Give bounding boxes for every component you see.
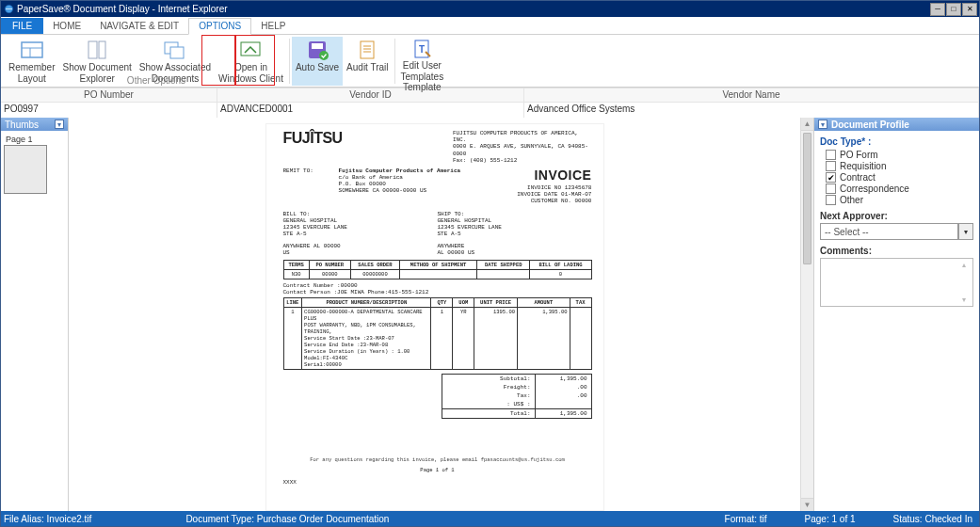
remit4: SOMEWHERE CA 00000-0000 US (339, 187, 469, 194)
thumb-page-1-label: Page 1 (4, 134, 47, 145)
titlebar: PaperSave® Document Display - Internet E… (1, 1, 979, 17)
thumbs-collapse-icon[interactable]: ▾ (55, 120, 64, 129)
remit1: Fujitsu Computer Products of America (339, 168, 469, 174)
header-values: PO0997 ADVANCED0001 Advanced Office Syst… (1, 103, 979, 118)
desc2: POST WARRANTY, NBD, 1PM CONSUMABLES, TRA… (304, 322, 428, 335)
checkbox-correspondence[interactable]: Correspondence (826, 184, 973, 194)
next-approver-select[interactable]: -- Select -- ▾ (820, 223, 973, 240)
scroll-thumb[interactable] (803, 133, 811, 264)
audit-trail-button[interactable]: Audit Trail (343, 37, 392, 86)
chevron-down-icon[interactable]: ▾ (958, 223, 973, 240)
viewer-scrollbar[interactable]: ▲ ▼ (800, 118, 813, 511)
edit-user-templates-label: Edit User Templates Template (401, 60, 444, 93)
checkbox-requisition[interactable]: Requisition (826, 161, 973, 171)
t1h1: TERMS (283, 260, 309, 269)
checkbox-other[interactable]: Other (826, 195, 973, 205)
profile-body: Doc Type* : PO Form Requisition ✔Contrac… (814, 131, 979, 311)
open-in-windows-client-button[interactable]: Open in Windows Client (215, 37, 287, 86)
remember-layout-button[interactable]: Remember Layout (5, 37, 58, 86)
t2h5: UNIT PRICE (474, 297, 518, 307)
invoice-pagefoot: Page 1 of 1 (283, 467, 592, 473)
next-approver-value: -- Select -- (820, 223, 958, 240)
totals-box: Subtotal:1,395.00 Freight:.00 Tax:.00 : … (442, 374, 592, 419)
requisition-label: Requisition (840, 161, 886, 171)
fujitsu-logo: FUJÎTSU (283, 130, 453, 147)
remember-layout-label: Remember Layout (8, 62, 55, 84)
tax-label: Tax: (442, 391, 535, 400)
associated-documents-icon (162, 39, 188, 61)
comments-label: Comments: (820, 246, 973, 256)
minimize-button[interactable]: ─ (930, 3, 945, 16)
header-po-value[interactable]: PO0997 (1, 103, 217, 118)
t1r2: 00000 (309, 269, 350, 279)
comments-scroll[interactable]: ▴▾ (962, 261, 972, 304)
scroll-up-icon[interactable]: ▲ (801, 118, 813, 131)
invoice-word: INVOICE (468, 168, 591, 183)
tab-home[interactable]: HOME (43, 19, 90, 34)
t1h5: DATE SHIPPED (476, 260, 530, 269)
thumb-page-1-image (4, 145, 47, 194)
maximize-button[interactable]: □ (946, 3, 961, 16)
svg-rect-12 (361, 41, 374, 58)
checkbox-contract[interactable]: ✔Contract (826, 172, 973, 183)
tab-file[interactable]: FILE (1, 18, 43, 34)
header-vname-value[interactable]: Advanced Office Systems (524, 103, 979, 118)
cur-val (535, 400, 591, 408)
audit-trail-icon (354, 39, 380, 61)
tab-help[interactable]: HELP (251, 19, 295, 34)
edit-user-templates-button[interactable]: T Edit User Templates Template (397, 37, 448, 86)
open-in-windows-client-label: Open in Windows Client (218, 62, 283, 84)
invoice-footer: For any questions regarding this invoice… (283, 456, 592, 463)
auto-save-button[interactable]: Auto Save (292, 37, 343, 86)
status-doc-type: Document Type: Purchase Order Documentat… (185, 514, 389, 524)
checkbox-icon (826, 150, 836, 160)
svg-rect-7 (170, 47, 184, 58)
checkbox-po-form[interactable]: PO Form (826, 150, 973, 160)
comments-textarea[interactable]: ▴▾ (820, 258, 973, 307)
t2h4: UOM (453, 297, 474, 307)
thumbs-header: Thumbs ▾ (1, 118, 68, 131)
bill2: 12345 EVERCURE LANE (283, 224, 438, 231)
header-vid-label: Vendor ID (217, 88, 524, 102)
header-vid-value[interactable]: ADVANCED0001 (217, 103, 524, 118)
invoice-date: INVOICE DATE 01-MAR-07 (468, 191, 591, 198)
invoice-page: FUJÎTSU FUJITSU COMPUTER PRODUCTS OF AME… (265, 123, 604, 511)
scroll-track[interactable] (801, 131, 813, 498)
profile-collapse-icon[interactable]: ▾ (818, 120, 827, 129)
tab-options[interactable]: OPTIONS (188, 18, 251, 35)
bill3: STE A-5 (283, 231, 438, 237)
t2h1: LINE (283, 297, 302, 307)
bill5: US (283, 249, 438, 256)
close-button[interactable]: ✕ (962, 3, 977, 16)
svg-rect-8 (241, 42, 260, 56)
contract-label: Contract (840, 172, 876, 183)
tab-navigate-edit[interactable]: NAVIGATE & EDIT (90, 19, 188, 34)
window-title: PaperSave® Document Display - Internet E… (17, 4, 929, 14)
status-file-alias: File Alias: Invoice2.tif (4, 514, 91, 524)
window-controls: ─ □ ✕ (929, 3, 977, 16)
desc6: Model:FI-4340C (304, 355, 428, 361)
status-page: Page: 1 of 1 (805, 514, 856, 524)
ship-bill1: GENERAL HOSPITAL (438, 217, 592, 224)
contact: Contact Person :JOE MIWA Phone:415-555-1… (283, 289, 429, 295)
checkbox-icon (826, 195, 836, 205)
t1r5 (476, 269, 530, 279)
status-format: Format: tif (725, 514, 767, 524)
app-window: PaperSave® Document Display - Internet E… (0, 0, 980, 527)
t1r4 (400, 269, 477, 279)
qty: 1 (431, 307, 453, 369)
ship2: AL 00000 US (438, 249, 592, 256)
ribbon-separator-2 (394, 39, 395, 84)
t1r6: 0 (530, 269, 591, 279)
thumb-page-1[interactable]: Page 1 (4, 134, 47, 194)
ie-icon (3, 4, 14, 15)
scroll-down-icon[interactable]: ▼ (801, 498, 813, 511)
desc5: Service Duration (in Years) : 1.00 (304, 348, 428, 355)
sub-val: 1,395.00 (535, 375, 591, 383)
header-labels: PO Number Vendor ID Vendor Name (1, 88, 979, 103)
t1r1: N30 (283, 269, 309, 279)
freight-label: Freight: (442, 383, 535, 391)
t1h6: BILL OF LADING (530, 260, 591, 269)
t1r3: 00000000 (350, 269, 399, 279)
viewer-inner[interactable]: FUJÎTSU FUJITSU COMPUTER PRODUCTS OF AME… (69, 118, 800, 511)
